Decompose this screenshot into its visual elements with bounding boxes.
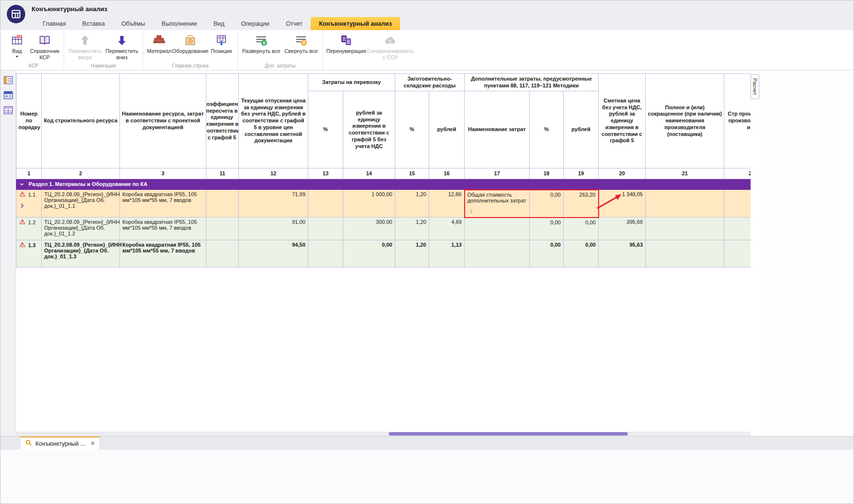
cell-manufacturer[interactable] <box>646 190 724 218</box>
col-header-procent-perevozka[interactable]: % <box>308 91 343 168</box>
group-header-perevozka[interactable]: Затраты на перевозку <box>308 74 395 91</box>
cell-strana[interactable] <box>724 218 751 240</box>
cell-name[interactable]: Коробка квадратная IP55, 105 мм*105 мм*5… <box>120 218 206 240</box>
cell-percent-15[interactable]: 1,20 <box>395 218 429 240</box>
move-down-button[interactable]: Переместить вниз <box>103 31 140 60</box>
group-header-sklad[interactable]: Заготовительно-складские расходы <box>395 74 465 91</box>
col-header-kod[interactable]: Код строительного ресурса <box>42 74 120 168</box>
col-header-nomer[interactable]: Номер по порядку <box>17 74 42 168</box>
cell-rub-16[interactable]: 1,13 <box>429 240 465 268</box>
warning-icon <box>19 219 25 225</box>
cell-rub-19[interactable]: 0,00 <box>564 218 599 240</box>
left-toolbar-button-2[interactable] <box>2 89 14 101</box>
cell-rub-19[interactable]: 0,00 <box>564 240 599 268</box>
cell-zatraty[interactable] <box>465 218 530 240</box>
col-header-procent-dop[interactable]: % <box>530 91 564 168</box>
cell-percent-13[interactable] <box>308 218 343 240</box>
col-header-smetnaya-cena[interactable]: Сметная цена без учета НДС, рублей за ед… <box>599 74 646 168</box>
cell-total[interactable]: 395,69 <box>599 218 646 240</box>
titlebar: Конъюнктурный анализ <box>0 0 854 17</box>
sync-ssr-label: Синхронизировать с ССР <box>367 48 414 60</box>
cell-rub-16[interactable]: 12,86 <box>429 190 465 218</box>
vid-button[interactable]: Вид <box>6 31 28 58</box>
zatraty-expander-icon[interactable] <box>468 209 527 214</box>
cell-zatraty[interactable]: Общая стоимость дополнительных затрат <box>465 190 530 218</box>
cell-manufacturer[interactable] <box>646 218 724 240</box>
cell-manufacturer[interactable] <box>646 240 724 268</box>
cell-strana[interactable] <box>724 190 751 218</box>
material-button[interactable]: Материал <box>146 31 173 54</box>
cell-percent-18[interactable]: 0,00 <box>530 240 564 268</box>
cell-koefficient[interactable] <box>206 240 239 268</box>
cell-percent-18[interactable]: 0,00 <box>530 190 564 218</box>
tab-glavnaya[interactable]: Главная <box>34 17 74 30</box>
tab-vid[interactable]: Вид <box>205 17 233 30</box>
horizontal-scrollbar[interactable] <box>16 432 751 436</box>
tab-obyomy[interactable]: Объёмы <box>113 17 153 30</box>
pozitsiya-button[interactable]: Позиция <box>208 31 235 54</box>
col-header-proizvoditel[interactable]: Полное и (или) сокращенное (при наличии)… <box>646 74 724 168</box>
material-label: Материал <box>147 48 172 54</box>
col-header-naimenovanie-zatrat[interactable]: Наименование затрат <box>465 91 530 168</box>
document-tab[interactable]: Конъюнктурный ... ✕ <box>20 437 100 450</box>
col-header-strana[interactable]: Стр произв оборуд производ и хозяйс инве <box>724 74 751 168</box>
oborudovanie-button[interactable]: Оборудование <box>173 31 208 54</box>
col-header-rublei-perevozka[interactable]: рублей за единицу измерения в соответств… <box>343 91 395 168</box>
cell-percent-13[interactable] <box>308 190 343 218</box>
cell-number[interactable]: 1.3 <box>17 240 42 268</box>
tab-konyunkturny-analiz[interactable]: Конъюнктурный анализ <box>311 17 400 30</box>
right-filler <box>759 70 854 436</box>
cell-koefficient[interactable] <box>206 190 239 218</box>
cell-price[interactable]: 94,50 <box>239 240 308 268</box>
cell-name[interactable]: Коробка квадратная IP55, 105 мм*105 мм*5… <box>120 240 206 268</box>
cell-percent-18[interactable]: 0,00 <box>530 218 564 240</box>
tab-otchet[interactable]: Отчет <box>278 17 311 30</box>
expand-all-label: Развернуть все <box>242 48 281 54</box>
col-header-koefficient[interactable]: Коэффициент пересчета в единицу измерени… <box>206 74 239 168</box>
cell-rub-14[interactable]: 300,00 <box>343 218 395 240</box>
cell-code[interactable]: ТЦ_20.2.08.09_{Регион}_{ИНН Организации}… <box>42 240 120 268</box>
cell-rub-19[interactable]: 263,20 <box>564 190 599 218</box>
scrollbar-thumb[interactable] <box>389 432 628 436</box>
cell-percent-15[interactable]: 1,20 <box>395 240 429 268</box>
tab-operatsii[interactable]: Операции <box>233 17 277 30</box>
col-header-rublei-dop[interactable]: рублей <box>564 91 599 168</box>
col-header-procent-sklad[interactable]: % <box>395 91 429 168</box>
section-row[interactable]: Раздел 1. Материалы и Оборудование по КА <box>17 179 751 190</box>
col-header-naimenovanie[interactable]: Наименование ресурса, затрат в соответст… <box>120 74 206 168</box>
cell-name[interactable]: Коробка квадратная IP55, 105 мм*105 мм*5… <box>120 190 206 218</box>
left-toolbar-button-1[interactable] <box>2 74 14 86</box>
cell-number[interactable]: 1.2 <box>17 218 42 240</box>
cell-code[interactable]: ТЦ_20.2.08.09_{Регион}_{ИНН Организации}… <box>42 190 120 218</box>
cell-rub-14[interactable]: 0,00 <box>343 240 395 268</box>
raschet-side-tab[interactable]: Расчет <box>751 74 759 99</box>
cell-number[interactable]: 1.1 <box>17 190 42 218</box>
cell-rub-14[interactable]: 1 000,00 <box>343 190 395 218</box>
cell-percent-15[interactable]: 1,20 <box>395 190 429 218</box>
col-header-tekushchaya-cena[interactable]: Текущая отпускная цена за единицу измере… <box>239 74 308 168</box>
tab-vypolnenie[interactable]: Выполнение <box>153 17 205 30</box>
cell-code[interactable]: ТЦ_20.2.08.09_{Регион}_{ИНН Организации}… <box>42 218 120 240</box>
cell-koefficient[interactable] <box>206 218 239 240</box>
col-header-rublei-sklad[interactable]: рублей <box>429 91 465 168</box>
table-row: 1.2 ТЦ_20.2.08.09_{Регион}_{ИНН Организа… <box>17 218 751 240</box>
renumber-button[interactable]: Перенумерация <box>325 31 367 54</box>
renumber-icon <box>340 34 352 47</box>
cell-price[interactable]: 91,00 <box>239 218 308 240</box>
cell-price[interactable]: 71,99 <box>239 190 308 218</box>
collapse-all-button[interactable]: Свернуть все <box>282 31 320 54</box>
group-header-dop-zatraty[interactable]: Дополнительные затраты, предусмотренные … <box>465 74 599 91</box>
cell-percent-13[interactable] <box>308 240 343 268</box>
cell-strana[interactable] <box>724 240 751 268</box>
expand-all-button[interactable]: Развернуть все <box>240 31 282 54</box>
cell-zatraty[interactable] <box>465 240 530 268</box>
left-toolbar-button-3[interactable] <box>2 104 14 116</box>
group-label-navigatsiya: Навигация <box>67 62 140 70</box>
cell-total[interactable]: 1 348,05 <box>599 190 646 218</box>
row-expander-icon[interactable] <box>18 203 39 208</box>
spravochnik-ksr-button[interactable]: Справочник КСР <box>28 31 61 60</box>
tab-vstavka[interactable]: Вставка <box>74 17 113 30</box>
cell-rub-16[interactable]: 4,69 <box>429 218 465 240</box>
cell-total[interactable]: 95,63 <box>599 240 646 268</box>
close-icon[interactable]: ✕ <box>90 440 95 447</box>
